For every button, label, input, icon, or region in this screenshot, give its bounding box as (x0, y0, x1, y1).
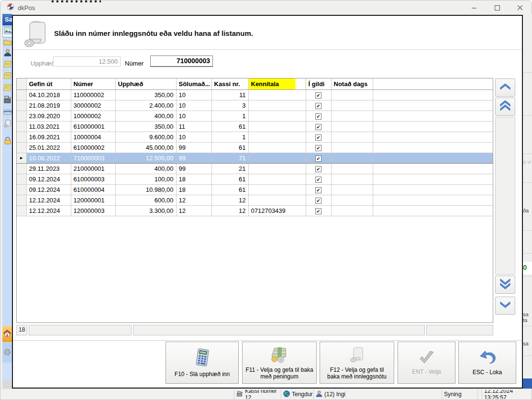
minimize-button[interactable] (465, 1, 484, 14)
escape-close-button[interactable]: ESC - Loka (458, 342, 516, 384)
cell-i-gildi[interactable]: ✔ (306, 142, 331, 153)
cell-numer[interactable]: 10000002 (71, 111, 115, 121)
row-selector-cell[interactable] (17, 163, 26, 174)
cell-notad-dags[interactable] (331, 195, 373, 205)
cell-notad-dags[interactable] (331, 142, 373, 153)
sidebar-item-register[interactable] (2, 95, 12, 106)
scroll-page-up-button[interactable] (495, 98, 515, 116)
table-row[interactable]: 11.03.2021610000001350,001161✔ (17, 121, 493, 132)
scroll-track[interactable] (495, 117, 515, 275)
cell-notad-dags[interactable] (331, 132, 373, 142)
cell-solumadur[interactable]: 11 (176, 121, 211, 132)
valid-checkbox-checked[interactable]: ✔ (315, 124, 321, 130)
cell-solumadur[interactable]: 18 (176, 174, 211, 184)
row-selector-cell[interactable] (17, 132, 26, 142)
cell-solumadur[interactable]: 10 (176, 132, 211, 142)
cell-filler[interactable] (373, 195, 493, 205)
cell-filler[interactable] (373, 153, 493, 163)
cell-gefin-ut[interactable]: 16.09.2021 (26, 132, 71, 142)
scroll-up-button[interactable] (495, 78, 515, 97)
cell-numer[interactable]: 710000003 (71, 153, 115, 163)
sidebar-item-note-1[interactable] (2, 60, 12, 71)
cell-filler[interactable] (373, 132, 493, 142)
cell-numer[interactable]: 610000004 (71, 184, 115, 195)
f12-select-creditnote-change-button[interactable]: F12 - Velja og gefa til baka með innlegg… (320, 342, 394, 384)
cell-notad-dags[interactable] (331, 184, 373, 195)
table-row[interactable]: 04.10.2018110000002350,001011✔ (17, 89, 493, 100)
cell-kennitala[interactable] (248, 100, 306, 111)
cell-kassi-nr[interactable]: 1 (211, 132, 248, 142)
valid-checkbox-checked[interactable]: ✔ (315, 92, 321, 99)
row-selector-cell[interactable] (17, 174, 26, 184)
cell-i-gildi[interactable]: ✔ (306, 132, 331, 142)
cell-i-gildi[interactable]: ✔ (306, 174, 331, 184)
cell-numer[interactable]: 110000002 (71, 89, 115, 100)
cell-kassi-nr[interactable]: 61 (211, 184, 248, 195)
cell-kennitala[interactable] (248, 89, 306, 100)
col-header-kennitala-highlighted[interactable]: Kennitala (248, 78, 306, 89)
cell-kennitala[interactable] (248, 184, 306, 195)
valid-checkbox-checked[interactable]: ✔ (315, 177, 321, 183)
cell-upphaed[interactable]: 2.400,00 (115, 100, 176, 111)
cell-filler[interactable] (373, 163, 493, 174)
cell-filler[interactable] (373, 142, 493, 153)
cell-kennitala[interactable] (248, 174, 306, 184)
row-selector-cell[interactable] (17, 89, 26, 100)
cell-gefin-ut[interactable]: 21.08.2019 (26, 100, 71, 111)
cell-upphaed[interactable]: 12.500,00 (115, 153, 176, 163)
sidebar-item-person[interactable] (2, 48, 12, 59)
scroll-down-button[interactable] (495, 297, 515, 315)
col-header-i-gildi[interactable]: Í gildi (306, 78, 331, 89)
cell-kassi-nr[interactable]: 71 (211, 153, 248, 163)
cell-solumadur[interactable]: 10 (176, 111, 211, 121)
cell-numer[interactable]: 610000003 (71, 174, 115, 184)
sidebar-item-note-2[interactable] (2, 71, 12, 82)
cell-i-gildi[interactable]: ✔ (306, 153, 331, 163)
titlebar[interactable]: dkPos (0, 1, 532, 14)
table-row[interactable]: 25.01.202261000000245.000,009961✔ (17, 142, 493, 153)
cell-upphaed[interactable]: 350,00 (115, 89, 176, 100)
col-header-gefin-ut[interactable]: Gefin út (26, 78, 71, 89)
cell-upphaed[interactable]: 100,00 (115, 174, 176, 184)
cell-kassi-nr[interactable]: 3 (211, 100, 248, 111)
col-header-solumadur[interactable]: Sölumað... (176, 78, 211, 89)
sidebar-item-picture[interactable] (2, 26, 12, 37)
col-header-upphaed[interactable]: Upphæð (115, 78, 176, 89)
cell-notad-dags[interactable] (331, 111, 373, 121)
valid-checkbox-checked[interactable]: ✔ (315, 198, 321, 204)
sidebar-item-settings[interactable] (2, 343, 12, 362)
cell-numer[interactable]: 210000001 (71, 163, 115, 174)
row-selector-cell[interactable]: ► (17, 153, 26, 163)
cell-kennitala[interactable] (248, 121, 306, 132)
table-row[interactable]: 23.09.202010000002400,00101✔ (17, 111, 493, 121)
cell-solumadur[interactable]: 99 (176, 153, 211, 163)
valid-checkbox-checked[interactable]: ✔ (315, 187, 321, 193)
cell-notad-dags[interactable] (331, 89, 373, 100)
cell-i-gildi[interactable]: ✔ (306, 195, 331, 205)
cell-gefin-ut[interactable]: 09.12.2024 (26, 174, 71, 184)
f11-select-cash-change-button[interactable]: F11 - Velja og gefa til baka með peningu… (242, 342, 317, 384)
row-selector-cell[interactable] (17, 142, 26, 153)
cell-i-gildi[interactable]: ✔ (306, 100, 331, 111)
sidebar-item-lock[interactable] (2, 136, 12, 147)
cell-gefin-ut[interactable]: 04.10.2018 (26, 89, 71, 100)
cell-kennitala[interactable] (248, 195, 306, 205)
cell-gefin-ut[interactable]: 12.12.2024 (26, 195, 71, 205)
cell-gefin-ut[interactable]: 23.09.2020 (26, 111, 71, 121)
maximize-button[interactable] (488, 1, 507, 14)
cell-upphaed[interactable]: 600,00 (115, 195, 176, 205)
table-row[interactable]: 09.12.2024610000003100,001861✔ (17, 174, 493, 184)
cell-kennitala[interactable] (248, 142, 306, 153)
sidebar-item-card[interactable] (2, 108, 12, 119)
cell-filler[interactable] (373, 100, 493, 111)
cell-numer[interactable]: 10000004 (71, 132, 115, 142)
cell-upphaed[interactable]: 45.000,00 (115, 142, 176, 153)
table-row[interactable]: 21.08.2019300000022.400,00103✔ (17, 100, 493, 111)
cell-notad-dags[interactable] (331, 121, 373, 132)
cell-kennitala[interactable] (248, 132, 306, 142)
cell-gefin-ut[interactable]: 11.03.2021 (26, 121, 71, 132)
cell-solumadur[interactable]: 12 (176, 195, 211, 205)
cell-kennitala[interactable] (248, 163, 306, 174)
cell-gefin-ut[interactable]: 12.12.2024 (26, 205, 71, 216)
cell-upphaed[interactable]: 9.600,00 (115, 132, 176, 142)
